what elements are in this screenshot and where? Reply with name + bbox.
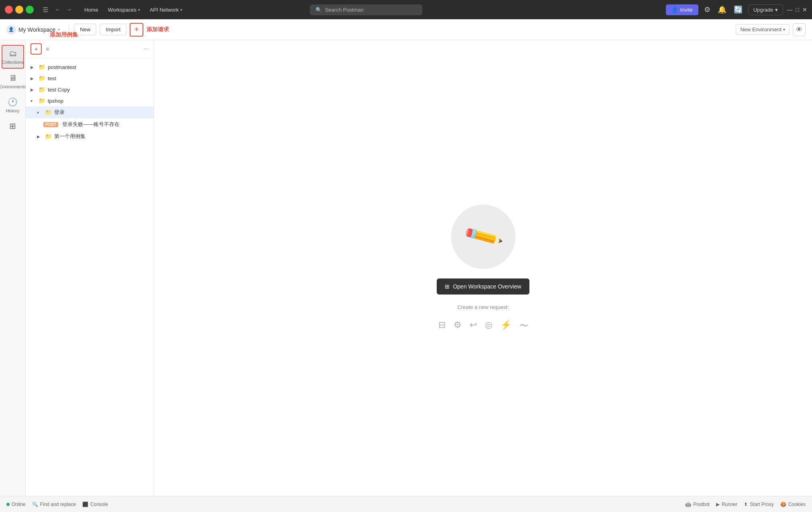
open-workspace-overview-button[interactable]: ⊞ Open Workspace Overview [437, 278, 529, 295]
collection-tpshop[interactable]: ▾ 📁 tpshop [26, 95, 154, 106]
apps-icon: ⊞ [9, 121, 16, 131]
collection-postmantest[interactable]: ▶ 📁 postmantest [26, 61, 154, 73]
folder-icon: 📁 [39, 64, 45, 70]
window-controls [5, 6, 34, 14]
collections-label: Collections [2, 60, 24, 65]
postbot-label: Postbot [693, 502, 710, 507]
menu-home[interactable]: Home [80, 5, 102, 14]
upgrade-button[interactable]: Upgrade ▾ [748, 4, 783, 15]
collections-icon: 🗂 [9, 49, 17, 58]
sidebar-item-environments[interactable]: 🖥 Environments [2, 70, 24, 92]
environment-selector[interactable]: New Environment ▾ [736, 24, 790, 35]
expand-arrow-tpshop: ▾ [31, 99, 36, 103]
add-request-annotation: 添加请求 [147, 26, 169, 33]
win-maximize-button[interactable]: □ [796, 6, 799, 13]
online-status[interactable]: Online [6, 502, 26, 507]
close-button[interactable] [5, 6, 13, 14]
websocket-icon[interactable]: ◎ [485, 320, 492, 332]
folder-icon-testcopy: 📁 [39, 86, 45, 93]
expand-arrow-postmantest: ▶ [31, 65, 36, 69]
mqtt-icon[interactable]: 〜 [519, 320, 528, 332]
grpc-icon[interactable]: ↩ [470, 320, 477, 332]
panel-toolbar: + ≡ ··· 添加用例集 [26, 40, 154, 58]
add-tab-button[interactable]: + [130, 23, 143, 37]
collections-tree: ▶ 📁 postmantest ▶ 📁 test ▶ 📁 test Copy ▾… [26, 58, 154, 496]
environments-icon: 🖥 [9, 73, 17, 83]
menu-bar: Home Workspaces ▾ API Network ▾ [80, 5, 186, 14]
console-label: Console [90, 502, 108, 507]
back-button[interactable]: ← [53, 5, 63, 14]
menu-workspaces[interactable]: Workspaces ▾ [104, 5, 144, 14]
expand-arrow-testcopy: ▶ [31, 87, 36, 92]
open-workspace-label: Open Workspace Overview [453, 283, 521, 290]
import-button[interactable]: Import [100, 24, 126, 35]
environment-eye-button[interactable]: 👁 [793, 23, 806, 36]
environments-label: Environments [0, 84, 26, 89]
runner-item[interactable]: ▶ Runner [716, 502, 737, 507]
navigation-arrows: ← → [53, 5, 74, 14]
minimize-button[interactable] [15, 6, 23, 14]
search-icon: 🔍 [315, 7, 322, 13]
sidebar-item-history[interactable]: 🕐 History [2, 94, 24, 116]
find-replace-icon: 🔍 [32, 502, 38, 507]
folder-icon-test: 📁 [39, 75, 45, 81]
env-name-label: New Environment [740, 26, 781, 33]
history-icon: 🕐 [8, 97, 18, 107]
add-collection-button[interactable]: + [31, 43, 42, 55]
history-label: History [6, 108, 19, 113]
settings-button[interactable]: ⚙ [702, 4, 712, 16]
main-layout: 🗂 Collections 🖥 Environments 🕐 History ⊞… [0, 40, 812, 496]
start-proxy-item[interactable]: ⬆ Start Proxy [744, 502, 773, 507]
start-proxy-label: Start Proxy [750, 502, 773, 507]
request-denglu-fail[interactable]: POST 登录失败——账号不存在 [26, 118, 154, 130]
invite-icon: 👤 [672, 7, 678, 13]
sidebar-item-apps[interactable]: ⊞ [2, 118, 24, 134]
nav-menu-button[interactable]: ☰ [41, 5, 50, 14]
folder-denglu[interactable]: ▾ 📁 登录 [26, 106, 154, 118]
folder-icon-first: 📁 [45, 133, 52, 140]
cookies-label: Cookies [788, 502, 806, 507]
folder-icon-tpshop: 📁 [39, 98, 45, 104]
more-options-button[interactable]: ··· [144, 45, 149, 53]
sidebar-icons: 🗂 Collections 🖥 Environments 🕐 History ⊞ [0, 40, 26, 496]
graphql-icon[interactable]: ⚙ [454, 320, 462, 332]
console-icon: ⬛ [82, 502, 88, 507]
maximize-button[interactable] [26, 6, 34, 14]
workspace-avatar: 👤 [6, 25, 16, 35]
collections-panel: + ≡ ··· 添加用例集 ▶ 📁 postmantest ▶ 📁 test ▶ [26, 40, 154, 496]
sidebar-item-collections[interactable]: 🗂 Collections [2, 45, 24, 69]
postbot-item[interactable]: 🤖 Postbot [685, 502, 710, 507]
filter-button[interactable]: ≡ [44, 44, 51, 54]
forward-button[interactable]: → [64, 5, 74, 14]
folder-denglu-label: 登录 [54, 109, 65, 116]
collection-test[interactable]: ▶ 📁 test [26, 73, 154, 84]
folder-first-collection[interactable]: ▶ 📁 第一个用例集 [26, 130, 154, 142]
post-method-badge: POST [43, 122, 58, 127]
search-bar[interactable]: 🔍 Search Postman [310, 4, 422, 15]
notifications-button[interactable]: 🔔 [716, 4, 728, 16]
toolbar: 👤 My Workspace ▾ New Import + 添加请求 New E… [0, 19, 812, 40]
invite-button[interactable]: 👤 Invite [666, 4, 698, 15]
env-dropdown-icon: ▾ [783, 27, 785, 32]
expand-arrow-first: ▶ [37, 134, 43, 139]
online-label: Online [12, 502, 26, 507]
console-item[interactable]: ⬛ Console [82, 502, 108, 507]
expand-arrow-test: ▶ [31, 76, 36, 81]
proxy-icon: ⬆ [744, 502, 748, 507]
sync-button[interactable]: 🔄 [732, 4, 744, 16]
collection-postmantest-label: postmantest [48, 64, 76, 70]
collection-test-copy[interactable]: ▶ 📁 test Copy [26, 84, 154, 95]
window-action-controls: — □ ✕ [787, 6, 807, 13]
statusbar-right: 🤖 Postbot ▶ Runner ⬆ Start Proxy 🍪 Cooki… [685, 502, 806, 507]
search-placeholder: Search Postman [325, 7, 364, 13]
win-minimize-button[interactable]: — [787, 6, 793, 13]
menu-api-network[interactable]: API Network ▾ [146, 5, 186, 14]
http-request-icon[interactable]: ⊟ [438, 320, 446, 332]
cookies-icon: 🍪 [780, 502, 786, 507]
workspace-logo-circle: ✏️ [451, 205, 515, 269]
win-close-button[interactable]: ✕ [802, 6, 807, 13]
request-denglu-fail-label: 登录失败——账号不存在 [62, 121, 120, 128]
socketio-icon[interactable]: ⚡ [501, 320, 511, 332]
find-replace-item[interactable]: 🔍 Find and replace [32, 502, 76, 507]
cookies-item[interactable]: 🍪 Cookies [780, 502, 806, 507]
